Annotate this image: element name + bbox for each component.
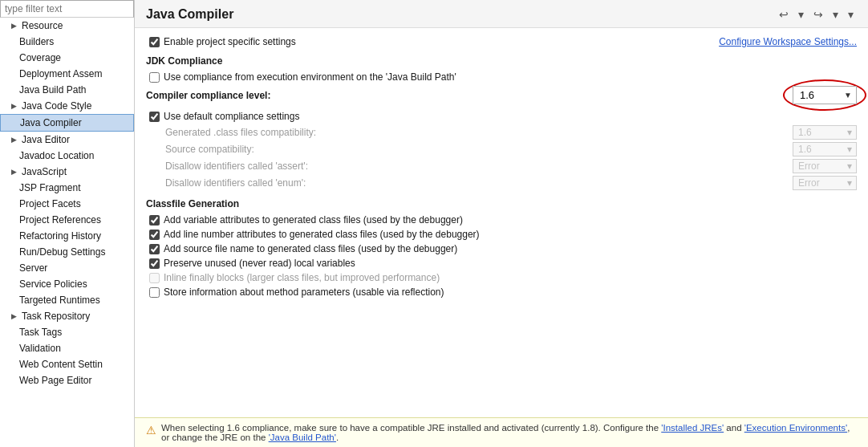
sidebar-item-label: Web Page Editor: [19, 375, 92, 386]
enable-checkbox-row: Enable project specific settings: [146, 36, 296, 47]
sidebar-item-project-references[interactable]: Project References: [0, 212, 134, 228]
classfile-option-label: Store information about method parameter…: [164, 286, 444, 298]
sidebar-item-server[interactable]: Server: [0, 260, 134, 276]
sidebar-item-resource[interactable]: ▶Resource: [0, 18, 134, 34]
jdk-compliance-label: Use compliance from execution environmen…: [164, 71, 456, 83]
java-build-path-warning-link[interactable]: 'Java Build Path': [269, 433, 336, 442]
sidebar-item-coverage[interactable]: Coverage: [0, 50, 134, 66]
compliance-dropdown-wrapper: 1.11.21.3 1.41.51.6 1.71.8 ▼: [793, 86, 857, 104]
sidebar-item-task-tags[interactable]: Task Tags: [0, 324, 134, 340]
classfile-option-row: Store information about method parameter…: [146, 286, 857, 298]
main-panel: Java Compiler ↩ ▾ ↪ ▾ ▾ Enable project s…: [135, 0, 868, 447]
sidebar-item-web-page-editor[interactable]: Web Page Editor: [0, 372, 134, 388]
sidebar-item-run-debug-settings[interactable]: Run/Debug Settings: [0, 244, 134, 260]
classfile-section-header: Classfile Generation: [146, 198, 857, 209]
classfile-option-row: Add variable attributes to generated cla…: [146, 214, 857, 226]
warning-icon: ⚠: [146, 424, 156, 437]
sub-dropdown-wrap: 1.6▾: [793, 142, 857, 156]
sidebar-item-label: Java Build Path: [19, 84, 86, 95]
use-default-row: Use default compliance settings: [146, 111, 857, 122]
installed-jres-link[interactable]: 'Installed JREs': [661, 423, 724, 433]
sub-setting-row: Source compatibility:1.6▾: [146, 142, 857, 156]
sub-setting-label: Source compatibility:: [165, 144, 254, 155]
java-build-path-link[interactable]: 'Java Build Path': [386, 71, 456, 83]
sidebar-item-service-policies[interactable]: Service Policies: [0, 276, 134, 292]
main-header: Java Compiler ↩ ▾ ↪ ▾ ▾: [135, 0, 868, 28]
sidebar-item-refactoring-history[interactable]: Refactoring History: [0, 228, 134, 244]
sidebar-item-java-code-style[interactable]: ▶Java Code Style: [0, 98, 134, 114]
sidebar-item-java-editor[interactable]: ▶Java Editor: [0, 132, 134, 148]
enable-label[interactable]: Enable project specific settings: [164, 36, 296, 47]
sidebar-item-java-compiler[interactable]: Java Compiler: [0, 114, 134, 132]
use-default-checkbox[interactable]: [149, 112, 160, 122]
sidebar-item-project-facets[interactable]: Project Facets: [0, 196, 134, 212]
compliance-level-select[interactable]: 1.11.21.3 1.41.51.6 1.71.8: [793, 86, 857, 104]
sidebar-item-label: JSP Fragment: [19, 182, 80, 193]
warning-text: When selecting 1.6 compliance, make sure…: [161, 423, 857, 442]
sidebar-item-label: Web Content Settin: [19, 359, 103, 370]
classfile-option-row: Preserve unused (never read) local varia…: [146, 258, 857, 269]
classfile-option-label: Preserve unused (never read) local varia…: [164, 258, 355, 269]
sidebar-item-validation[interactable]: Validation: [0, 340, 134, 356]
sub-setting-select: 1.6: [793, 142, 857, 156]
next-button[interactable]: ↪: [810, 6, 826, 22]
sub-settings: Generated .class files compatibility:1.6…: [146, 125, 857, 190]
jdk-compliance-row: Use compliance from execution environmen…: [146, 71, 857, 83]
sidebar-item-label: Project References: [19, 214, 101, 226]
sidebar-item-label: Builders: [19, 36, 54, 47]
sidebar-item-label: Resource: [22, 20, 63, 31]
toolbar: ↩ ▾ ↪ ▾ ▾: [776, 6, 857, 22]
sidebar-item-targeted-runtimes[interactable]: Targeted Runtimes: [0, 292, 134, 308]
use-default-label[interactable]: Use default compliance settings: [164, 111, 299, 122]
warning-bar: ⚠ When selecting 1.6 compliance, make su…: [135, 417, 868, 447]
classfile-option-checkbox[interactable]: [149, 244, 160, 254]
sidebar-item-label: Java Compiler: [20, 117, 82, 128]
sidebar-item-label: Java Code Style: [22, 100, 91, 112]
sidebar-item-label: Task Tags: [19, 327, 62, 338]
sub-setting-label: Generated .class files compatibility:: [165, 127, 316, 138]
configure-workspace-link[interactable]: Configure Workspace Settings...: [719, 36, 857, 47]
sidebar-item-label: Task Repository: [22, 311, 90, 322]
classfile-option-checkbox[interactable]: [149, 230, 160, 240]
sidebar-item-label: Service Policies: [19, 278, 87, 290]
compliance-level-row: Compiler compliance level: 1.11.21.3 1.4…: [146, 86, 857, 104]
compliance-level-label: Compiler compliance level:: [146, 90, 270, 101]
chevron-icon: ▶: [11, 102, 17, 110]
sidebar-item-java-build-path[interactable]: Java Build Path: [0, 82, 134, 98]
sidebar-item-label: JavaScript: [22, 166, 67, 177]
sidebar-item-javascript[interactable]: ▶JavaScript: [0, 164, 134, 180]
execution-env-link[interactable]: 'Execution Environments': [744, 423, 847, 433]
dropdown-button[interactable]: ▾: [795, 6, 807, 22]
classfile-option-label: Inline finally blocks (larger class file…: [164, 272, 440, 283]
sidebar-item-builders[interactable]: Builders: [0, 34, 134, 50]
sub-setting-select: 1.6: [793, 125, 857, 140]
jdk-section-header: JDK Compliance: [146, 55, 857, 67]
sidebar-item-deployment-assem[interactable]: Deployment Assem: [0, 66, 134, 82]
sub-setting-label: Disallow identifiers called 'assert':: [165, 161, 308, 172]
sub-setting-row: Disallow identifiers called 'enum':Error…: [146, 176, 857, 190]
classfile-option-label: Add source file name to generated class …: [164, 243, 457, 254]
sidebar-item-label: Project Facets: [19, 198, 81, 209]
jdk-checkbox[interactable]: [149, 72, 160, 83]
classfile-option-checkbox[interactable]: [149, 287, 160, 298]
sub-setting-row: Disallow identifiers called 'assert':Err…: [146, 159, 857, 173]
dropdown2-button[interactable]: ▾: [829, 6, 842, 22]
sub-dropdown-wrap: 1.6▾: [793, 125, 857, 140]
classfile-option-checkbox[interactable]: [149, 215, 160, 226]
sidebar-item-task-repository[interactable]: ▶Task Repository: [0, 308, 134, 324]
sidebar-item-javadoc-location[interactable]: Javadoc Location: [0, 148, 134, 164]
classfile-option-label: Add variable attributes to generated cla…: [164, 214, 463, 226]
menu-button[interactable]: ▾: [845, 6, 857, 22]
sidebar: ▶ResourceBuildersCoverageDeployment Asse…: [0, 0, 135, 447]
classfile-option-row: Inline finally blocks (larger class file…: [146, 272, 857, 283]
sidebar-item-web-content-settin[interactable]: Web Content Settin: [0, 356, 134, 372]
sidebar-item-label: Targeted Runtimes: [19, 295, 100, 306]
prev-button[interactable]: ↩: [776, 6, 792, 22]
enable-checkbox[interactable]: [149, 37, 160, 47]
classfile-option-checkbox[interactable]: [149, 258, 160, 269]
sub-setting-select: Error: [793, 159, 857, 173]
sidebar-item-jsp-fragment[interactable]: JSP Fragment: [0, 180, 134, 196]
chevron-icon: ▶: [11, 168, 17, 176]
compliance-dropdown-container: 1.11.21.3 1.41.51.6 1.71.8 ▼: [793, 86, 857, 104]
filter-input[interactable]: [0, 0, 134, 18]
